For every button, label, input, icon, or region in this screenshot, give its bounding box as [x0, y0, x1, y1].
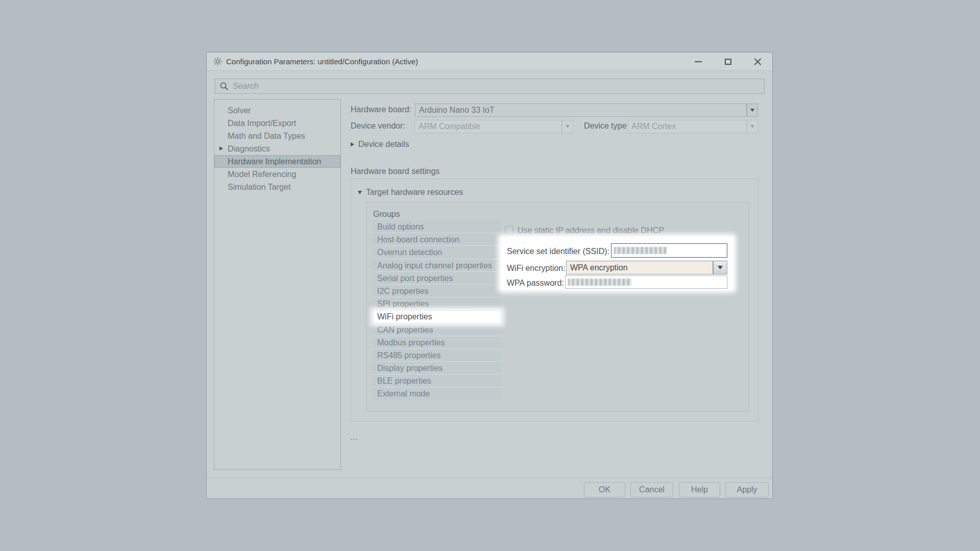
sidebar-item-solver[interactable]: Solver	[214, 104, 340, 117]
chevron-down-icon	[566, 125, 570, 128]
device-vendor-label: Device vendor:	[351, 121, 405, 131]
gear-icon	[213, 57, 222, 66]
wifi-encryption-label: WiFi encryption:	[507, 264, 566, 273]
sidebar-item-simulation-target[interactable]: Simulation Target	[214, 181, 340, 193]
search-icon	[219, 82, 229, 91]
search-placeholder: Search	[233, 82, 259, 91]
groups-list: Build options Host-board connection Over…	[373, 220, 501, 400]
wifi-encryption-combo[interactable]: WPA encryption	[566, 261, 713, 274]
maximize-icon	[725, 59, 731, 65]
ellipsis-text: ...	[350, 433, 358, 441]
group-item-ble-properties[interactable]: BLE properties	[373, 374, 501, 387]
group-item-can-properties[interactable]: CAN properties	[373, 323, 501, 336]
device-type-combo: ARM Cortex	[627, 120, 747, 133]
hardware-board-settings-label: Hardware board settings	[351, 167, 439, 176]
device-type-dropdown-button	[747, 120, 758, 133]
wifi-encryption-dropdown-button[interactable]	[713, 261, 727, 274]
use-static-ip-label: Use static IP address and disable DHCP	[518, 226, 664, 235]
group-item-rs485-properties[interactable]: RS485 properties	[373, 349, 501, 362]
target-hardware-resources-label: Target hardware resources	[366, 188, 463, 197]
chevron-down-icon	[750, 109, 754, 112]
device-details-disclosure[interactable]: Device details	[351, 140, 409, 149]
apply-button[interactable]: Apply	[725, 482, 769, 497]
chevron-down-icon	[750, 125, 754, 128]
sidebar-item-hardware-implementation[interactable]: Hardware Implementation	[214, 155, 340, 168]
configuration-parameters-dialog: Configuration Parameters: untitled/Confi…	[206, 52, 773, 499]
expand-arrow-icon[interactable]	[219, 146, 223, 151]
device-details-label: Device details	[358, 140, 409, 149]
minimize-button[interactable]	[683, 53, 713, 71]
ssid-input[interactable]	[611, 243, 727, 258]
device-type-label: Device type:	[584, 121, 629, 131]
wpa-password-redacted-value	[568, 279, 631, 286]
minimize-icon	[695, 61, 702, 62]
group-item-external-mode[interactable]: External mode	[373, 387, 501, 400]
title-bar[interactable]: Configuration Parameters: untitled/Confi…	[207, 53, 772, 71]
ssid-redacted-value	[614, 247, 667, 254]
group-item-analog-input-channel-properties[interactable]: Analog input channel properties	[373, 259, 501, 272]
hardware-board-label: Hardware board:	[351, 105, 411, 114]
target-hardware-resources-disclosure[interactable]: Target hardware resources	[358, 188, 463, 197]
cancel-button[interactable]: Cancel	[630, 482, 673, 497]
category-sidebar: Solver Data Import/Export Math and Data …	[214, 99, 341, 470]
footer-separator	[207, 478, 772, 478]
collapsed-arrow-icon	[351, 142, 354, 146]
sidebar-item-model-referencing[interactable]: Model Referencing	[214, 168, 340, 181]
group-item-build-options[interactable]: Build options	[373, 220, 501, 233]
group-item-display-properties[interactable]: Display properties	[373, 362, 501, 374]
search-input[interactable]: Search	[215, 79, 765, 94]
group-item-serial-port-properties[interactable]: Serial port properties	[373, 272, 501, 285]
device-vendor-combo: ARM Compatible	[414, 120, 562, 133]
hardware-board-combo[interactable]: Arduino Nano 33 IoT	[415, 104, 747, 117]
window-title: Configuration Parameters: untitled/Confi…	[226, 57, 418, 66]
device-vendor-dropdown-button	[562, 120, 573, 133]
sidebar-item-diagnostics[interactable]: Diagnostics	[214, 142, 340, 155]
group-item-modbus-properties[interactable]: Modbus properties	[373, 336, 501, 349]
group-item-i2c-properties[interactable]: I2C properties	[373, 285, 501, 297]
group-item-wifi-properties-selected[interactable]: WiFi properties	[373, 310, 501, 323]
group-item-host-board-connection[interactable]: Host-board connection	[373, 233, 501, 246]
wpa-password-input[interactable]	[565, 276, 727, 289]
ok-button[interactable]: OK	[584, 482, 625, 497]
group-item-spi-properties[interactable]: SPI properties	[373, 297, 501, 310]
sidebar-item-math-and-data-types[interactable]: Math and Data Types	[214, 130, 340, 142]
wpa-password-label: WPA password:	[507, 279, 564, 288]
close-icon	[754, 58, 761, 65]
wifi-fields-spotlight: Service set identifier (SSID): WiFi encr…	[501, 237, 733, 290]
expanded-arrow-icon	[358, 191, 362, 194]
help-button[interactable]: Help	[679, 482, 720, 497]
sidebar-item-label: Diagnostics	[228, 144, 270, 153]
use-static-ip-checkbox[interactable]	[505, 226, 513, 234]
group-item-overrun-detection[interactable]: Overrun detection	[373, 246, 501, 259]
chevron-down-icon	[718, 266, 723, 269]
sidebar-item-data-import-export[interactable]: Data Import/Export	[214, 117, 340, 130]
groups-label: Groups	[373, 210, 400, 219]
hardware-board-dropdown-button[interactable]	[747, 104, 758, 117]
close-button[interactable]	[743, 53, 772, 71]
maximize-button[interactable]	[713, 53, 743, 71]
ssid-label: Service set identifier (SSID):	[507, 247, 609, 256]
